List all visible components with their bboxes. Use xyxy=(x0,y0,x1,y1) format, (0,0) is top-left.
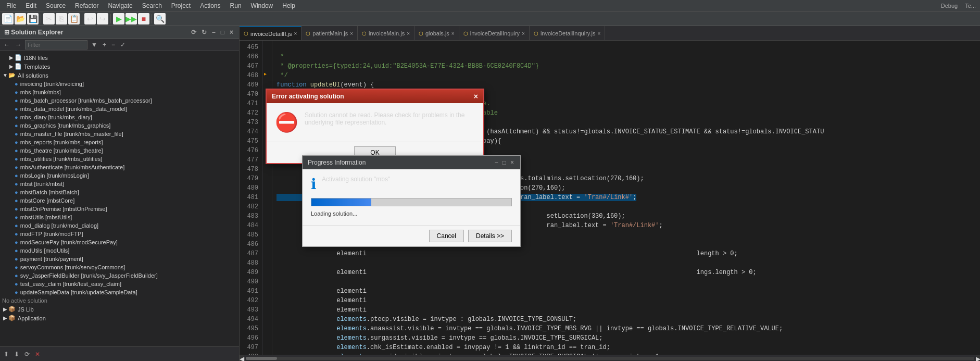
menu-run[interactable]: Run xyxy=(226,1,246,10)
tree-item-payment[interactable]: ● payment [trunk/payment] xyxy=(0,255,239,263)
menu-search[interactable]: Search xyxy=(138,1,166,10)
tree-item-mbs-reports[interactable]: ● mbs_reports [trunk/mbs_reports] xyxy=(0,138,239,146)
progress-minimize-btn[interactable]: − xyxy=(494,159,499,166)
tree-item-mbs-data[interactable]: ● mbs_data_model [trunk/mbs_data_model] xyxy=(0,105,239,113)
nav-down-btn[interactable]: ⬇ xyxy=(12,350,21,358)
tree-item-mod-securepay[interactable]: ● modSecurePay [trunk/modSecurePay] xyxy=(0,238,239,246)
mark-item-btn[interactable]: ✓ xyxy=(119,41,127,49)
forward-btn[interactable]: → xyxy=(14,41,23,49)
tree-item-mbs-graphics[interactable]: ● mbs_graphics [trunk/mbs_graphics] xyxy=(0,121,239,130)
tab-invoice-detail-inquiry2[interactable]: ⬡ invoiceDetailInquiry.js × xyxy=(530,26,605,41)
menu-refactor[interactable]: Refactor xyxy=(71,1,103,10)
menu-source[interactable]: Source xyxy=(42,1,70,10)
tree-item-mod-dialog[interactable]: ● mod_dialog [trunk/mod_dialog] xyxy=(0,221,239,230)
menu-edit[interactable]: Edit xyxy=(21,1,41,10)
filter-options-btn[interactable]: ▼ xyxy=(90,41,99,49)
sync-btn[interactable]: ⟳ xyxy=(23,350,31,358)
new-btn[interactable]: 📄 xyxy=(2,13,14,24)
tree-arrow[interactable]: ▶ xyxy=(2,306,8,312)
tab-close-btn[interactable]: × xyxy=(598,31,601,36)
debug-btn[interactable]: ▶▶ xyxy=(125,13,137,24)
tab-close-btn[interactable]: × xyxy=(407,31,410,36)
tab-patient-main[interactable]: ⬡ patientMain.js × xyxy=(301,26,358,41)
tree-item-all-solutions[interactable]: ▼ 📂 All solutions xyxy=(0,71,239,80)
tree-item-mod-ftp[interactable]: ● modFTP [trunk/modFTP] xyxy=(0,230,239,238)
scrollbar-track[interactable] xyxy=(246,357,974,360)
tree-arrow[interactable]: ▶ xyxy=(8,55,15,60)
back-btn[interactable]: ← xyxy=(2,41,11,49)
tree-item-templates[interactable]: ▶ 📄 Templates xyxy=(0,62,239,71)
tree-item-mbs-master[interactable]: ● mbs_master_file [trunk/mbs_master_file… xyxy=(0,130,239,138)
search-toolbar-btn[interactable]: 🔍 xyxy=(154,13,166,24)
tree-item-mbs-diary[interactable]: ● mbs_diary [trunk/mbs_diary] xyxy=(0,113,239,121)
tree-item-no-active[interactable]: No active solution xyxy=(0,296,239,305)
menu-window[interactable]: Window xyxy=(247,1,278,10)
close-icon[interactable]: × xyxy=(228,28,235,36)
tab-invoice-main[interactable]: ⬡ invoiceMain.js × xyxy=(358,26,414,41)
menu-file[interactable]: File xyxy=(2,1,20,10)
collapse-icon[interactable]: − xyxy=(210,28,217,36)
tree-arrow[interactable]: ▶ xyxy=(2,315,8,321)
tree-item-mbs-auth[interactable]: ● mbsAuthenticate [trunk/mbsAuthenticate… xyxy=(0,163,239,171)
tree-item-invoicing[interactable]: ● invoicing [trunk/invoicing] xyxy=(0,80,239,88)
tree-arrow[interactable]: ▶ xyxy=(8,64,15,69)
cut-btn[interactable]: ✂ xyxy=(43,13,55,24)
add-item-btn[interactable]: + xyxy=(101,41,108,49)
scrollbar-left-btn[interactable]: ◀ xyxy=(240,355,244,362)
save-btn[interactable]: 💾 xyxy=(27,13,39,24)
tree-item-servoy-commons[interactable]: ● servoyCommons [trunk/servoyCommons] xyxy=(0,263,239,271)
tree-item-application[interactable]: ▶ 📦 Application xyxy=(0,314,239,322)
error-dialog-close-btn[interactable]: × xyxy=(474,93,478,100)
tab-label: invoiceDetailII.js xyxy=(250,31,292,37)
tree-item-i18n[interactable]: ▶ 📄 I18N files xyxy=(0,53,239,62)
expand-icon[interactable]: □ xyxy=(219,28,226,36)
copy-btn[interactable]: ⎘ xyxy=(56,13,67,24)
filter-input[interactable] xyxy=(25,40,87,49)
run-btn[interactable]: ▶ xyxy=(113,13,124,24)
tree-item-mbst-core[interactable]: ● mbstCore [mbstCore] xyxy=(0,196,239,205)
scrollbar-right-btn[interactable]: ▶ xyxy=(976,355,980,362)
editor-horizontal-scrollbar[interactable]: ◀ ▶ xyxy=(240,355,980,361)
tree-item-mbst[interactable]: ● mbst [trunk/mbst] xyxy=(0,180,239,188)
progress-close-btn[interactable]: × xyxy=(509,159,515,166)
tree-item-mbs-theatre[interactable]: ● mbs_theatre [trunk/mbs_theatre] xyxy=(0,146,239,155)
sync-icon[interactable]: ⟳ xyxy=(190,28,198,36)
stop-btn[interactable]: ■ xyxy=(138,13,149,24)
tab-close-btn[interactable]: × xyxy=(451,31,455,36)
paste-btn[interactable]: 📋 xyxy=(68,13,80,24)
delete-btn[interactable]: ✕ xyxy=(33,350,42,358)
tree-item-mbs-login[interactable]: ● mbsLogin [trunk/mbsLogin] xyxy=(0,171,239,180)
undo-btn[interactable]: ↩ xyxy=(84,13,96,24)
nav-up-btn[interactable]: ⬆ xyxy=(2,350,10,358)
menu-navigate[interactable]: Navigate xyxy=(104,1,136,10)
tab-close-btn[interactable]: × xyxy=(350,31,353,36)
menu-project[interactable]: Project xyxy=(167,1,195,10)
tree-item-mbs-utils[interactable]: ● mbs_utilities [trunk/mbs_utilities] xyxy=(0,155,239,163)
tree-item-mbst-onpremise[interactable]: ● mbstOnPremise [mbstOnPremise] xyxy=(0,205,239,213)
tree-item-test-easy[interactable]: ● test_easy_claim [trunk/test_easy_claim… xyxy=(0,280,239,288)
tree-item-update-sample[interactable]: ● updateSampleData [trunk/updateSampleDa… xyxy=(0,288,239,296)
tree-item-mbs[interactable]: ● mbs [trunk/mbs] xyxy=(0,88,239,96)
tab-invoice-detail-ii[interactable]: ⬡ invoiceDetailII.js × xyxy=(240,26,301,41)
progress-details-btn[interactable]: Details >> xyxy=(468,230,512,242)
open-btn[interactable]: 📂 xyxy=(15,13,26,24)
remove-item-btn[interactable]: − xyxy=(110,41,117,49)
tree-item-js-lib[interactable]: ▶ 📦 JS Lib xyxy=(0,305,239,314)
tree-item-mbst-batch[interactable]: ● mbstBatch [mbstBatch] xyxy=(0,188,239,196)
progress-cancel-btn[interactable]: Cancel xyxy=(429,230,464,242)
menu-actions[interactable]: Actions xyxy=(196,1,224,10)
tree-item-mod-utils[interactable]: ● modUtils [modUtils] xyxy=(0,246,239,255)
menu-help[interactable]: Help xyxy=(278,1,299,10)
progress-restore-btn[interactable]: □ xyxy=(501,159,507,166)
tree-item-mbst-utils[interactable]: ● mbstUtils [mbstUtils] xyxy=(0,213,239,221)
refresh-icon[interactable]: ↻ xyxy=(200,28,208,36)
tab-close-btn[interactable]: × xyxy=(294,31,297,36)
tab-invoice-detail-inquiry[interactable]: ⬡ invoiceDetailInquiry × xyxy=(459,26,530,41)
tree-arrow[interactable]: ▼ xyxy=(2,72,8,78)
redo-btn[interactable]: ↪ xyxy=(97,13,108,24)
scrollbar-thumb[interactable] xyxy=(246,357,277,360)
tab-globals[interactable]: ⬡ globals.js × xyxy=(414,26,459,41)
tab-close-btn[interactable]: × xyxy=(522,31,525,36)
tree-item-svy-jasper[interactable]: ● svy_JasperFieldBuilder [trunk/svy_Jasp… xyxy=(0,271,239,280)
tree-item-mbs-batch[interactable]: ● mbs_batch_processor [trunk/mbs_batch_p… xyxy=(0,96,239,105)
